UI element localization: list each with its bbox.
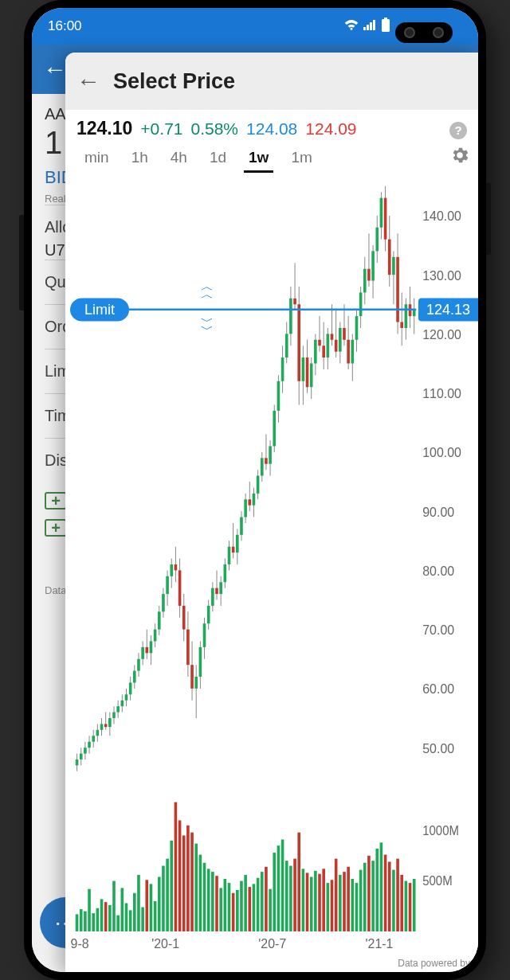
svg-rect-245 xyxy=(310,877,313,931)
svg-rect-202 xyxy=(133,893,136,931)
svg-rect-233 xyxy=(261,872,264,931)
svg-rect-203 xyxy=(137,875,140,931)
svg-rect-191 xyxy=(88,889,91,931)
svg-rect-87 xyxy=(207,606,210,623)
svg-rect-231 xyxy=(253,884,256,931)
svg-rect-249 xyxy=(327,883,330,931)
svg-rect-61 xyxy=(154,630,157,642)
svg-text:100.00: 100.00 xyxy=(422,445,461,461)
svg-rect-188 xyxy=(76,914,79,931)
svg-rect-212 xyxy=(175,802,178,931)
svg-rect-209 xyxy=(162,866,165,931)
svg-rect-109 xyxy=(253,494,256,506)
overlay-title: Select Price xyxy=(113,69,235,94)
help-icon[interactable]: ? xyxy=(449,122,467,139)
tf-4h[interactable]: 4h xyxy=(159,144,198,171)
svg-rect-57 xyxy=(145,647,148,653)
svg-rect-115 xyxy=(265,458,268,463)
svg-rect-183 xyxy=(405,304,408,328)
signal-icon xyxy=(363,18,376,34)
svg-rect-240 xyxy=(289,866,292,931)
svg-rect-253 xyxy=(343,872,346,931)
svg-rect-147 xyxy=(331,334,334,339)
tf-1w[interactable]: 1w xyxy=(237,144,280,171)
svg-rect-31 xyxy=(92,736,95,741)
svg-rect-262 xyxy=(380,842,383,931)
svg-rect-45 xyxy=(121,701,124,706)
svg-rect-217 xyxy=(194,844,198,931)
svg-rect-129 xyxy=(293,299,296,304)
svg-rect-254 xyxy=(347,867,350,931)
svg-rect-91 xyxy=(215,588,218,594)
svg-rect-261 xyxy=(375,849,379,931)
tf-1d[interactable]: 1d xyxy=(198,144,237,171)
svg-rect-79 xyxy=(190,665,194,689)
svg-rect-135 xyxy=(306,357,309,387)
tf-min[interactable]: min xyxy=(73,144,120,171)
svg-rect-4 xyxy=(384,18,387,19)
svg-rect-267 xyxy=(400,875,403,931)
svg-rect-225 xyxy=(228,883,231,931)
svg-rect-53 xyxy=(137,659,140,671)
wifi-icon xyxy=(344,18,359,34)
svg-rect-29 xyxy=(88,742,91,748)
back-button[interactable]: ← xyxy=(76,68,100,95)
svg-rect-224 xyxy=(224,879,227,931)
svg-rect-2 xyxy=(370,22,372,30)
svg-rect-99 xyxy=(232,547,235,552)
svg-rect-161 xyxy=(359,292,363,316)
quote-change-pct: 0.58% xyxy=(191,119,239,139)
svg-rect-226 xyxy=(232,893,235,931)
svg-rect-81 xyxy=(194,677,198,689)
tf-1m[interactable]: 1m xyxy=(280,144,323,171)
status-icons xyxy=(344,18,390,36)
svg-rect-153 xyxy=(343,328,346,340)
svg-rect-75 xyxy=(182,606,186,630)
svg-rect-139 xyxy=(314,340,317,364)
svg-rect-47 xyxy=(125,694,128,700)
svg-rect-141 xyxy=(318,340,321,346)
svg-rect-239 xyxy=(285,861,288,931)
svg-rect-198 xyxy=(116,916,120,931)
svg-rect-85 xyxy=(203,623,206,647)
svg-rect-165 xyxy=(367,269,371,281)
svg-rect-220 xyxy=(207,869,210,931)
svg-rect-41 xyxy=(112,713,116,718)
svg-text:50.00: 50.00 xyxy=(422,740,454,756)
svg-rect-223 xyxy=(219,888,222,931)
svg-rect-236 xyxy=(273,853,276,931)
svg-text:120.00: 120.00 xyxy=(422,326,461,342)
svg-rect-199 xyxy=(121,888,124,931)
svg-rect-173 xyxy=(384,198,387,240)
svg-rect-230 xyxy=(248,887,251,931)
svg-rect-113 xyxy=(261,458,264,475)
svg-rect-190 xyxy=(84,912,87,931)
svg-rect-266 xyxy=(396,859,399,931)
svg-rect-207 xyxy=(154,901,157,931)
svg-rect-51 xyxy=(133,671,136,683)
tf-1h[interactable]: 1h xyxy=(120,144,159,171)
bg-add-button-1: + xyxy=(45,492,67,510)
svg-rect-111 xyxy=(257,476,260,494)
svg-text:500M: 500M xyxy=(422,873,452,888)
svg-rect-234 xyxy=(265,867,268,931)
svg-text:130.00: 130.00 xyxy=(422,267,461,283)
limit-up-icon[interactable]: ︿︿ xyxy=(201,283,214,299)
svg-rect-227 xyxy=(236,890,239,931)
svg-rect-149 xyxy=(335,340,338,352)
svg-rect-89 xyxy=(211,588,214,606)
svg-text:'21-1: '21-1 xyxy=(365,936,393,952)
chart-settings-button[interactable] xyxy=(449,145,470,170)
svg-rect-33 xyxy=(96,730,100,736)
quote-bid: 124.08 xyxy=(246,119,297,139)
svg-rect-163 xyxy=(363,269,367,293)
limit-label-pill[interactable]: Limit xyxy=(70,298,129,321)
svg-rect-107 xyxy=(248,499,251,505)
svg-rect-200 xyxy=(125,903,128,931)
svg-rect-265 xyxy=(392,870,395,931)
svg-rect-143 xyxy=(322,346,325,357)
limit-down-icon[interactable]: ﹀﹀ xyxy=(201,318,214,334)
limit-value-pill[interactable]: 124.13 xyxy=(418,298,478,321)
svg-rect-242 xyxy=(297,833,300,931)
price-chart[interactable]: 50.0060.0070.0080.0090.00100.00110.00120… xyxy=(65,174,478,972)
